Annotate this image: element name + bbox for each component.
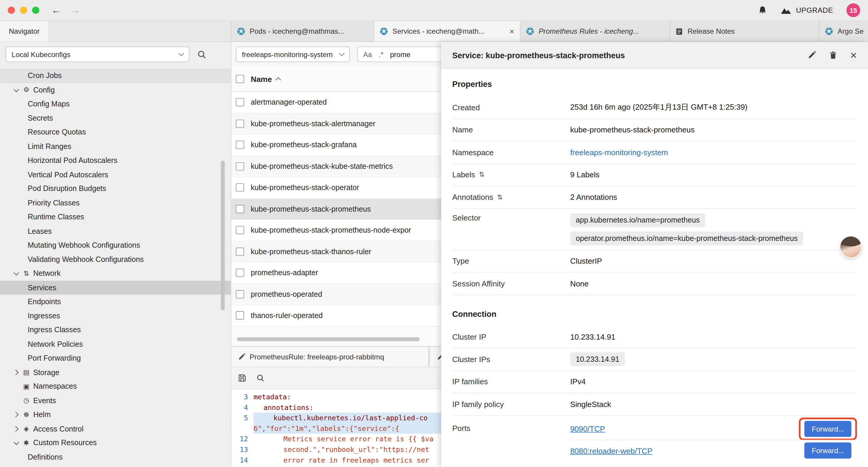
app-tab[interactable]: Pods - icecheng@mathmas... × (231, 21, 374, 41)
upgrade-button[interactable]: UPGRADE (780, 6, 833, 14)
table-horizontal-scrollbar[interactable] (237, 337, 420, 341)
row-checkbox[interactable] (236, 290, 244, 298)
row-checkbox[interactable] (236, 119, 244, 128)
sidebar-item[interactable]: Cron Jobs (0, 68, 231, 83)
maximize-window-button[interactable] (32, 6, 39, 13)
app-tab[interactable]: Services - icecheng@math... × (374, 21, 521, 41)
tab-bar: Navigator (0, 21, 868, 42)
sidebar-item[interactable]: Ingress Classes (0, 323, 231, 337)
row-checkbox[interactable] (236, 162, 244, 171)
close-window-button[interactable] (8, 6, 15, 13)
tab-label: Services - icecheng@math... (392, 27, 485, 35)
row-checkbox[interactable] (236, 141, 244, 149)
row-checkbox[interactable] (236, 269, 244, 277)
row-value: 10.233.14.91 (570, 332, 615, 341)
namespace-link[interactable]: freeleaps-monitoring-system (570, 148, 668, 157)
notification-count-badge[interactable]: 15 (846, 3, 860, 17)
sidebar-item[interactable]: Vertical Pod Autoscalers (0, 168, 231, 182)
service-name: prometheus-adapter (251, 269, 318, 277)
namespace-filter-value: freeleaps-monitoring-system (242, 50, 333, 59)
forward-icon[interactable]: → (71, 6, 80, 15)
namespace-filter-select[interactable]: freeleaps-monitoring-system (236, 47, 350, 62)
sidebar-item[interactable]: Horizontal Pod Autoscalers (0, 153, 231, 168)
sidebar-item[interactable]: ◷ Events (0, 393, 231, 408)
forward-button[interactable]: Forward... (804, 420, 851, 437)
app-tab[interactable]: Argo Se × (819, 21, 868, 41)
sidebar-search-icon[interactable] (197, 50, 207, 59)
row-checkbox[interactable] (236, 226, 244, 234)
expand-toggle-icon[interactable]: ⇅ (479, 171, 485, 178)
forward-button[interactable]: Forward... (804, 442, 851, 459)
sidebar-item-label: Access Control (33, 425, 83, 433)
service-name: kube-prometheus-stack-operator (251, 183, 359, 192)
sidebar-item[interactable]: Ingresses (0, 309, 231, 323)
app-tab[interactable]: Release Notes × (670, 21, 819, 41)
row-label: Type (452, 257, 570, 265)
chevron-down-icon (179, 51, 184, 56)
pencil-icon (238, 353, 245, 360)
kubeconfig-selector[interactable]: Local Kubeconfigs (6, 47, 189, 62)
sidebar-item[interactable]: Leases (0, 224, 231, 238)
match-case-toggle[interactable]: Aa (363, 50, 372, 59)
sidebar-item-label: Config Maps (28, 100, 70, 108)
row-label: Namespace (452, 148, 570, 157)
port-link[interactable]: 9090/TCP (570, 424, 605, 433)
select-all-checkbox[interactable] (236, 75, 244, 83)
row-checkbox[interactable] (236, 312, 244, 320)
sidebar-item[interactable]: ☸ Helm (0, 408, 231, 422)
sidebar-item[interactable]: Services (0, 281, 231, 295)
notifications-bell-icon[interactable] (758, 6, 767, 15)
row-label: Selector (452, 213, 570, 222)
sidebar-item[interactable]: ⚙ Config (0, 83, 231, 97)
sidebar-item[interactable]: Endpoints (0, 295, 231, 309)
sidebar-item[interactable]: Runtime Classes (0, 210, 231, 224)
sidebar-item[interactable]: Definitions (0, 450, 231, 464)
sidebar-item[interactable]: ▤ Storage (0, 365, 231, 380)
port-link[interactable]: 8080:reloader-web/TCP (570, 446, 653, 455)
sidebar-scrollbar[interactable] (221, 160, 225, 310)
row-checkbox[interactable] (236, 98, 244, 107)
sidebar-item[interactable]: Port Forwarding (0, 351, 231, 365)
close-icon[interactable]: × (850, 49, 857, 61)
editor-tabs: Pods - icecheng@mathmas... × (231, 21, 868, 41)
row-checkbox[interactable] (236, 205, 244, 213)
sidebar-item-label: Ingress Classes (28, 326, 81, 334)
save-icon[interactable] (238, 374, 246, 382)
chevron-down-icon (339, 51, 345, 56)
sidebar-item[interactable]: Limit Ranges (0, 139, 231, 153)
editor-search-icon[interactable] (256, 374, 265, 382)
sidebar-item[interactable]: Config Maps (0, 97, 231, 111)
name-column-header[interactable]: Name (251, 75, 280, 83)
sidebar-item[interactable]: ⇅ Network (0, 266, 231, 281)
sort-asc-icon (276, 77, 281, 83)
trash-icon[interactable] (829, 51, 837, 59)
sidebar-item-label: Pod Disruption Budgets (28, 184, 106, 193)
sidebar-item-label: Ingresses (28, 312, 60, 320)
sidebar-item[interactable]: Pod Disruption Budgets (0, 182, 231, 196)
kubernetes-icon (825, 27, 833, 35)
sidebar-item[interactable]: Network Policies (0, 337, 231, 351)
sidebar-item[interactable]: Priority Classes (0, 196, 231, 210)
row-checkbox[interactable] (236, 247, 244, 256)
dock-tab-active[interactable]: PrometheusRule: freeleaps-prod-rabbitmq (231, 347, 429, 367)
row-checkbox[interactable] (236, 183, 244, 192)
close-tab-icon[interactable]: × (509, 27, 514, 36)
sidebar-item[interactable]: ▣ Namespaces (0, 380, 231, 394)
regex-toggle[interactable]: .* (378, 50, 383, 59)
app-tab[interactable]: Prometheus Rules - icecheng... × (520, 21, 670, 41)
sidebar-item[interactable]: ◈ Access Control (0, 422, 231, 436)
sidebar-item[interactable]: Mutating Webhook Configurations (0, 238, 231, 253)
sidebar-item[interactable]: Resource Quotas (0, 125, 231, 139)
sidebar-item[interactable]: ✱ Custom Resources (0, 436, 231, 450)
sidebar-tree: Cron Jobs ⚙ Config Config Maps (0, 66, 231, 464)
back-icon[interactable]: ← (52, 6, 61, 15)
minimize-window-button[interactable] (20, 6, 27, 13)
sidebar-item-label: Resource Quotas (28, 128, 86, 136)
line-number: 5 (231, 414, 253, 422)
sidebar-item[interactable]: Validating Webhook Configurations (0, 252, 231, 266)
sidebar-item[interactable]: Secrets (0, 111, 231, 125)
expand-toggle-icon[interactable]: ⇅ (497, 193, 503, 201)
user-avatar[interactable] (840, 236, 861, 258)
edit-icon[interactable] (807, 51, 816, 59)
code-text: annotations: (253, 403, 313, 411)
